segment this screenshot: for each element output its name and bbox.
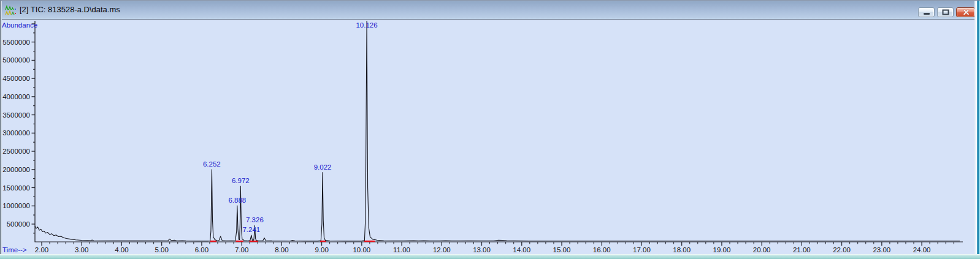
y-axis-tick-label: 500000 [7,220,30,228]
maximize-icon [942,10,949,15]
peak-label: 9.022 [314,163,332,171]
x-axis-tick-label: 10.00 [353,246,370,253]
minimize-button[interactable] [918,7,935,17]
x-axis-tick-label: 7.00 [235,246,248,253]
chromatogram-plot[interactable]: 2.003.004.005.006.007.008.009.0010.0011.… [0,20,980,259]
chromatogram-icon [5,5,17,15]
maximize-button[interactable] [937,7,954,17]
close-button[interactable] [956,7,975,17]
y-axis-tick-label: 5000000 [2,56,30,64]
y-axis-tick-label: 2000000 [2,166,30,173]
x-axis-tick-label: 11.00 [393,246,410,253]
x-axis-tick-label: 24.00 [913,246,931,253]
x-axis-tick-label: 22.00 [833,246,851,253]
peak-label: 7.241 [242,226,260,233]
y-axis-tick-label: 1000000 [2,202,30,209]
window-bottom-frame [0,254,980,259]
x-axis-tick-label: 23.00 [873,246,890,253]
x-axis-tick-label: 9.00 [315,246,328,253]
window-title: [2] TIC: 813528-a.D\data.ms [20,1,120,18]
x-axis-tick-label: 16.00 [593,246,611,253]
peak-label: 6.252 [203,160,221,168]
y-axis-tick-label: 2500000 [2,148,30,155]
x-axis-tick-label: 21.00 [793,246,811,253]
window-titlebar[interactable]: [2] TIC: 813528-a.D\data.ms [0,1,980,20]
x-axis-tick-label: 17.00 [633,246,651,253]
tic-trace [35,21,960,241]
axis-lines [35,21,963,242]
y-axis-tick-label: 3000000 [2,129,30,137]
minimize-icon [924,13,930,15]
x-axis-tick-label: 2.00 [35,246,48,253]
x-axis-tick-label: 15.00 [553,246,571,253]
x-axis-title: Time--> [2,246,27,253]
y-axis-tick-label: 1500000 [2,184,30,192]
x-axis-tick-label: 6.00 [195,246,209,253]
y-axis-tick-label: 4000000 [2,93,30,100]
x-axis-tick-label: 18.00 [673,246,691,253]
x-axis-tick-label: 13.00 [473,246,491,253]
x-axis-tick-label: 4.00 [115,246,128,253]
y-axis-title: Abundance [2,21,37,29]
x-axis-tick-label: 20.00 [753,246,771,253]
y-axis-tick-label: 3500000 [2,111,30,119]
x-axis-tick-label: 19.00 [713,246,731,253]
window-right-frame [974,1,980,259]
x-axis-tick-label: 3.00 [75,246,88,253]
x-axis-tick-label: 14.00 [513,246,530,253]
x-axis-tick-label: 5.00 [155,246,168,253]
peak-label: 6.972 [232,177,250,184]
y-axis-tick-label: 5500000 [2,39,30,46]
window-controls [918,7,975,17]
peak-label: 6.888 [228,197,246,204]
chromatogram-canvas[interactable]: 2.003.004.005.006.007.008.009.0010.0011.… [0,20,980,259]
x-axis-tick-label: 12.00 [433,246,451,253]
peak-label: 10.126 [356,21,377,29]
window-left-frame [0,1,2,259]
x-axis-tick-label: 8.00 [275,246,288,253]
y-axis-tick-label: 4500000 [2,75,30,82]
chromatogram-window: [2] TIC: 813528-a.D\data.ms 2.003.004.00… [0,0,980,259]
peak-label: 7.326 [246,216,264,223]
